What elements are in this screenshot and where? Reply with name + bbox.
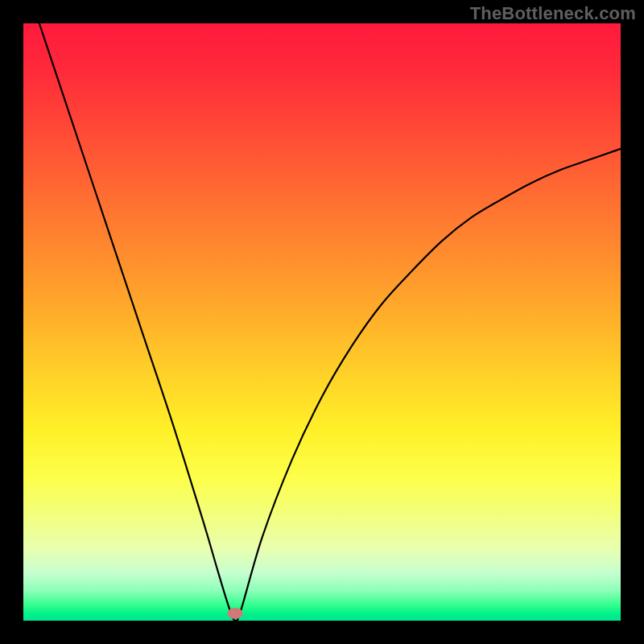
curve-layer	[23, 23, 621, 621]
plot-area	[23, 23, 621, 621]
chart-frame: TheBottleneck.com	[0, 0, 644, 644]
vertex-marker	[228, 608, 243, 619]
watermark-text: TheBottleneck.com	[470, 3, 636, 24]
series-curve	[23, 23, 621, 621]
